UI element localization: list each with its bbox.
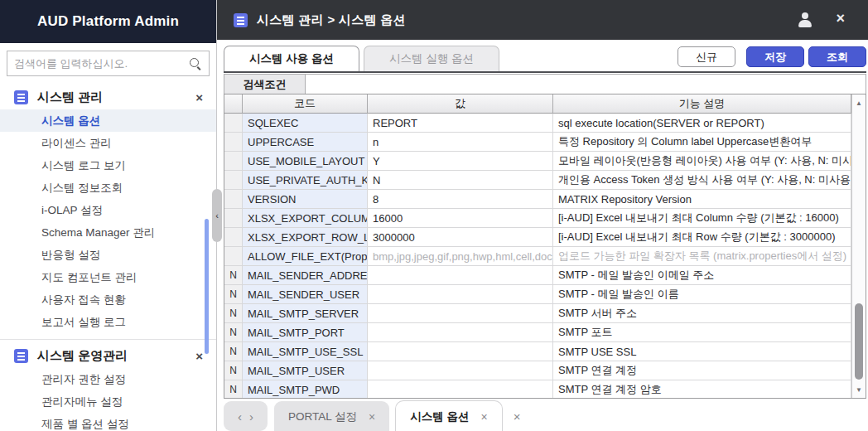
tab-inactive[interactable]: 시스템 실행 옵션 [364,46,499,71]
cell-value[interactable]: REPORT [368,114,553,133]
cell-description[interactable]: 개인용 Access Token 생성 방식 사용 여부 (Y: 사용, N: … [553,171,851,190]
new-button[interactable]: 신규 [678,46,735,67]
grid-scrollbar[interactable]: ▲ ▼ [851,94,866,398]
cell-code[interactable]: MAIL_SMTP_PORT [243,323,368,342]
next-tab-icon[interactable]: › [249,409,253,424]
cell-value[interactable] [368,304,553,323]
close-icon[interactable]: × [369,410,375,424]
cell-description[interactable]: MATRIX Repository Version [553,190,851,209]
cell-flag[interactable] [224,152,243,171]
table-row[interactable]: ALLOW_FILE_EXT(Propert...bmp,jpg,jpeg,gi… [224,247,851,266]
table-row[interactable]: NMAIL_SMTP_SERVERSMTP 서버 주소 [224,304,851,323]
cell-code[interactable]: ALLOW_FILE_EXT(Propert... [243,247,368,266]
cell-flag[interactable] [224,209,243,228]
sidebar-item[interactable]: 사용자 접속 현황 [0,288,216,311]
cell-flag[interactable] [224,190,243,209]
cell-description[interactable]: SMTP USE SSL [553,342,851,361]
table-row[interactable]: UPPERCASEn특정 Repository 의 Column label U… [224,133,851,152]
cell-flag[interactable]: N [224,285,243,304]
search-condition-input[interactable] [306,74,866,94]
sidebar-item[interactable]: i-OLAP 설정 [0,199,216,221]
table-row[interactable]: XLSX_EXPORT_COLUMN...16000[i-AUD] Excel … [224,209,851,228]
cell-flag[interactable] [224,114,243,133]
cell-value[interactable] [368,342,553,361]
cell-description[interactable]: SMTP 연결 계정 암호 [553,380,851,398]
table-row[interactable]: NMAIL_SENDER_USERSMTP - 메일 발송인 이름 [224,285,851,304]
cell-flag[interactable]: N [224,380,243,398]
sidebar-section-header[interactable]: 시스템 관리× [0,85,216,109]
grid-scrollbar-thumb[interactable] [855,303,863,380]
cell-code[interactable]: MAIL_SENDER_USER [243,285,368,304]
cell-value[interactable] [368,266,553,285]
search-button[interactable]: 조회 [808,46,866,67]
cell-code[interactable]: MAIL_SENDER_ADDRES... [243,266,368,285]
cell-code[interactable]: USE_MOBILE_LAYOUT [243,152,368,171]
sidebar-item[interactable]: 라이센스 관리 [0,132,216,154]
search-input[interactable] [14,57,189,70]
cell-code[interactable]: MAIL_SMTP_PWD [243,380,368,398]
sidebar-scrollbar-thumb[interactable] [205,219,209,354]
sidebar-item[interactable]: 제품 별 옵션 설정 [0,413,216,431]
cell-code[interactable]: XLSX_EXPORT_ROW_LIMIT [243,228,368,247]
cell-value[interactable]: Y [368,152,553,171]
close-icon[interactable]: × [480,410,487,424]
close-icon[interactable]: × [195,350,203,362]
table-row[interactable]: NMAIL_SMTP_PORTSMTP 포트 [224,323,851,342]
bottom-tab[interactable]: PORTAL 설정× [274,401,389,431]
table-row[interactable]: NMAIL_SMTP_USERSMTP 연결 계정 [224,361,851,380]
cell-flag[interactable] [224,171,243,190]
cell-flag[interactable]: N [224,323,243,342]
cell-flag[interactable]: N [224,266,243,285]
cell-value[interactable]: bmp,jpg,jpeg,gif,png,hwp,hml,cell,doc,d.… [368,247,553,266]
column-header-value[interactable]: 값 [368,94,553,114]
cell-description[interactable]: SMTP - 메일 발송인 이메일 주소 [553,266,851,285]
cell-flag[interactable] [224,247,243,266]
close-icon[interactable]: × [195,91,203,104]
cell-value[interactable]: 16000 [368,209,553,228]
sidebar-item[interactable]: 관리자 권한 설정 [0,368,216,390]
cell-code[interactable]: SQLEXEC [243,114,368,133]
cell-flag[interactable]: N [224,342,243,361]
cell-value[interactable] [368,380,553,398]
cell-flag[interactable] [224,133,243,152]
table-row[interactable]: XLSX_EXPORT_ROW_LIMIT3000000[i-AUD] Exce… [224,228,851,247]
cell-description[interactable]: 특정 Repository 의 Column label Uppercase변환… [553,133,851,152]
cell-code[interactable]: MAIL_SMTP_USER [243,361,368,380]
cell-description[interactable]: SMTP 서버 주소 [553,304,851,323]
column-header-code[interactable]: 코드 [243,94,368,114]
cell-description[interactable]: [i-AUD] Excel 내보내기 최대 Row 수량 (기본값 : 3000… [553,228,851,247]
search-icon[interactable] [189,57,202,70]
cell-code[interactable]: USE_PRIVATE_AUTH_KEY [243,171,368,190]
cell-value[interactable]: n [368,133,553,152]
cell-description[interactable]: sql execute location(SERVER or REPORT) [553,114,851,133]
cell-value[interactable]: N [368,171,553,190]
prev-tab-icon[interactable]: ‹ [238,409,242,424]
cell-description[interactable]: 업로드 가능한 파일 확장자 목록 (matrix.properties에서 설… [553,247,851,266]
cell-value[interactable]: 8 [368,190,553,209]
cell-code[interactable]: UPPERCASE [243,133,368,152]
cell-value[interactable]: 3000000 [368,228,553,247]
sidebar-item[interactable]: Schema Manager 관리 [0,221,216,244]
table-row[interactable]: SQLEXECREPORTsql execute location(SERVER… [224,114,851,133]
column-header-description[interactable]: 기능 설명 [553,94,851,114]
sidebar-item[interactable]: 시스템 로그 보기 [0,154,216,177]
cell-code[interactable]: XLSX_EXPORT_COLUMN... [243,209,368,228]
close-icon[interactable]: × [514,409,521,424]
cell-description[interactable]: SMTP 연결 계정 [553,361,851,380]
column-header-flag[interactable] [224,94,243,114]
cell-code[interactable]: MAIL_SMTP_USE_SSL [243,342,368,361]
cell-description[interactable]: [i-AUD] Excel 내보내기 최대 Column 수량 (기본값 : 1… [553,209,851,228]
cell-description[interactable]: SMTP - 메일 발송인 이름 [553,285,851,304]
sidebar-item[interactable]: 보고서 실행 로그 [0,311,216,333]
cell-code[interactable]: MAIL_SMTP_SERVER [243,304,368,323]
sidebar-section-header[interactable]: 시스템 운영관리× [0,343,216,368]
scroll-down-icon[interactable]: ▼ [852,383,866,396]
scroll-up-icon[interactable]: ▲ [852,96,866,109]
cell-flag[interactable] [224,228,243,247]
sidebar-item[interactable]: 지도 컴포넌트 관리 [0,266,216,288]
table-row[interactable]: VERSION8MATRIX Repository Version [224,190,851,209]
sidebar-item[interactable]: 관리자메뉴 설정 [0,390,216,413]
close-icon[interactable]: × [836,10,845,28]
cell-value[interactable] [368,285,553,304]
table-row[interactable]: NMAIL_SMTP_PWDSMTP 연결 계정 암호 [224,380,851,398]
